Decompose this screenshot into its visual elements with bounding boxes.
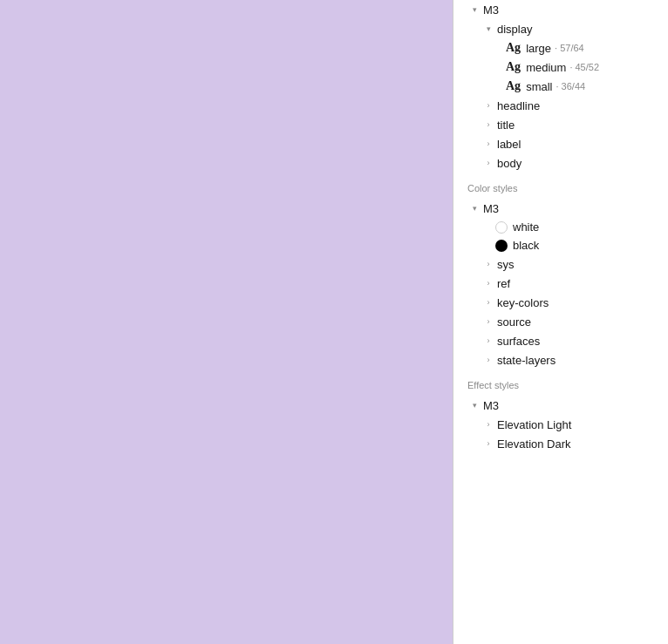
ref-label: ref — [497, 277, 510, 290]
display-medium-item[interactable]: Ag medium · 45/52 — [453, 58, 668, 77]
state-layers-chevron — [481, 353, 495, 367]
headline-label: headline — [497, 99, 540, 112]
title-group[interactable]: title — [453, 115, 668, 134]
title-chevron — [481, 118, 495, 132]
body-group[interactable]: body — [453, 153, 668, 173]
m3-text-chevron — [467, 3, 481, 17]
display-medium-label: medium — [526, 61, 566, 74]
ag-medium-preview: Ag — [506, 60, 521, 74]
label-chevron — [481, 137, 495, 151]
black-color-item[interactable]: black — [453, 236, 668, 254]
title-label: title — [497, 119, 515, 132]
m3-color-label: M3 — [483, 202, 499, 215]
styles-panel: M3 display Ag large · 57/64 Ag medium · … — [453, 0, 668, 644]
m3-effect-group[interactable]: M3 — [453, 396, 668, 415]
color-styles-header: Color styles — [453, 173, 668, 199]
black-label: black — [513, 239, 539, 252]
elevation-dark-chevron — [481, 437, 495, 451]
display-small-meta: · 36/44 — [556, 81, 585, 92]
m3-text-label: M3 — [483, 3, 499, 17]
m3-color-group[interactable]: M3 — [453, 199, 668, 218]
white-color-item[interactable]: white — [453, 218, 668, 236]
display-chevron — [481, 22, 495, 36]
label-group[interactable]: label — [453, 134, 668, 153]
source-chevron — [481, 315, 495, 329]
key-colors-group[interactable]: key-colors — [453, 293, 668, 312]
surfaces-chevron — [481, 334, 495, 348]
effect-styles-header: Effect styles — [453, 369, 668, 396]
display-large-item[interactable]: Ag large · 57/64 — [453, 38, 668, 58]
sys-chevron — [481, 257, 495, 271]
state-layers-group[interactable]: state-layers — [453, 350, 668, 369]
surfaces-label: surfaces — [497, 335, 540, 348]
key-colors-label: key-colors — [497, 296, 549, 309]
label-group-label: label — [497, 138, 521, 151]
elevation-light-group[interactable]: Elevation Light — [453, 415, 668, 434]
source-label: source — [497, 315, 531, 329]
sys-label: sys — [497, 258, 515, 271]
display-small-item[interactable]: Ag small · 36/44 — [453, 77, 668, 96]
source-group[interactable]: source — [453, 312, 668, 331]
body-chevron — [481, 156, 495, 170]
canvas — [0, 0, 453, 644]
white-label: white — [513, 220, 539, 234]
display-large-meta: · 57/64 — [555, 43, 584, 53]
key-colors-chevron — [481, 295, 495, 309]
white-color-dot — [495, 221, 508, 234]
elevation-light-chevron — [481, 417, 495, 431]
display-medium-meta: · 45/52 — [569, 62, 599, 72]
black-color-dot — [495, 240, 508, 252]
display-group[interactable]: display — [453, 19, 668, 38]
display-small-label: small — [526, 80, 552, 93]
elevation-dark-label: Elevation Dark — [497, 437, 571, 451]
ref-chevron — [481, 276, 495, 290]
elevation-light-label: Elevation Light — [497, 418, 571, 431]
ag-small-preview: Ag — [506, 79, 521, 93]
display-label: display — [497, 23, 532, 36]
sys-group[interactable]: sys — [453, 254, 668, 274]
elevation-dark-group[interactable]: Elevation Dark — [453, 434, 668, 453]
m3-effect-label: M3 — [483, 399, 499, 412]
ref-group[interactable]: ref — [453, 274, 668, 293]
headline-chevron — [481, 98, 495, 112]
ag-large-preview: Ag — [506, 41, 521, 55]
body-label: body — [497, 157, 521, 170]
state-layers-label: state-layers — [497, 354, 556, 367]
m3-text-group[interactable]: M3 — [453, 0, 668, 19]
headline-group[interactable]: headline — [453, 96, 668, 115]
surfaces-group[interactable]: surfaces — [453, 331, 668, 350]
display-large-label: large — [526, 42, 551, 55]
m3-effect-chevron — [467, 398, 481, 412]
m3-color-chevron — [467, 201, 481, 215]
